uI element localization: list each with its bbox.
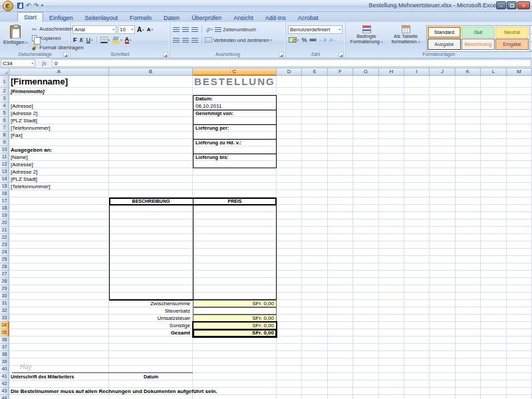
cell-A10[interactable]: Ausgegeben an: — [9, 146, 109, 154]
row-header-24[interactable]: 24 — [0, 249, 9, 256]
cell-A11[interactable]: [Name] — [9, 154, 109, 161]
row-header-11[interactable]: 11 — [0, 154, 9, 161]
cell-A4[interactable]: [Adresse] — [9, 102, 109, 110]
cell-B34[interactable]: Sonstige — [109, 322, 193, 329]
row-header-44[interactable]: 44 — [0, 395, 9, 399]
cell-A12[interactable]: [Adresse] — [9, 161, 109, 168]
row-header-15[interactable]: 15 — [0, 183, 9, 190]
column-header-E[interactable]: E — [302, 68, 327, 76]
row-header-42[interactable]: 42 — [0, 380, 9, 388]
name-box[interactable]: C34▾ — [1, 59, 35, 67]
cell-A13[interactable]: [Adresse 2] — [9, 168, 109, 176]
cell-B35[interactable]: Gesamt — [109, 329, 193, 336]
format-as-table-button[interactable]: Als Tabelle formatieren ▾ — [387, 24, 424, 46]
grow-font-button[interactable]: A▴ — [136, 25, 145, 34]
row-header-41[interactable]: 41 — [0, 373, 9, 380]
row-header-33[interactable]: 33 — [0, 315, 9, 322]
cell-style-neutral[interactable]: Neutral — [495, 27, 529, 38]
insert-function-button[interactable]: fx — [37, 59, 53, 68]
underline-button[interactable]: U▾ — [86, 35, 94, 45]
row-header-18[interactable]: 18 — [0, 205, 9, 212]
cell-A1[interactable]: [Firmenname] — [9, 76, 109, 88]
row-header-1[interactable]: 1 — [0, 76, 9, 88]
tab-daten[interactable]: Daten — [158, 13, 186, 22]
row-header-37[interactable]: 37 — [0, 344, 9, 351]
number-format-select[interactable]: Benutzerdefiniert▾ — [288, 25, 342, 34]
wrap-text-button[interactable]: Zeilenumbruch — [215, 25, 256, 34]
row-header-25[interactable]: 25 — [0, 256, 9, 263]
column-header-L[interactable]: L — [481, 68, 506, 76]
column-header-F[interactable]: F — [328, 68, 353, 76]
row-header-13[interactable]: 13 — [0, 168, 9, 176]
row-header-20[interactable]: 20 — [0, 219, 9, 227]
row-header-23[interactable]: 23 — [0, 241, 9, 249]
cell-style-eingabe[interactable]: Eingabe — [495, 39, 529, 50]
tab-einfügen[interactable]: Einfügen — [43, 13, 79, 22]
align-right-button[interactable] — [191, 35, 199, 45]
tab-formeln[interactable]: Formeln — [124, 13, 158, 22]
row-header-29[interactable]: 29 — [0, 285, 9, 293]
cell-B31[interactable]: Zwischensumme — [109, 300, 193, 307]
select-all-corner[interactable] — [0, 68, 9, 76]
cell-C35[interactable]: SFr. 0,00 — [193, 329, 277, 336]
tab-seitenlayout[interactable]: Seitenlayout — [79, 13, 124, 22]
increase-decimal-button[interactable]: ←,0 — [319, 35, 327, 45]
row-header-4[interactable]: 4 — [0, 102, 9, 110]
redo-button[interactable]: ↷ — [34, 2, 39, 9]
row-header-39[interactable]: 39 — [0, 358, 9, 366]
column-header-J[interactable]: J — [430, 68, 455, 76]
tab-start[interactable]: Start — [17, 12, 43, 22]
percent-style-button[interactable]: % — [301, 35, 308, 45]
row-header-22[interactable]: 22 — [0, 234, 9, 241]
cell-B33[interactable]: Umsatzsteuer — [109, 315, 193, 322]
maximize-button[interactable] — [507, 1, 517, 9]
cell-style-ausgabe[interactable]: Ausgabe — [428, 39, 461, 50]
row-header-17[interactable]: 17 — [0, 198, 9, 205]
row-header-28[interactable]: 28 — [0, 278, 9, 285]
tab-überprüfen[interactable]: Überprüfen — [186, 13, 227, 22]
column-header-B[interactable]: B — [109, 68, 193, 76]
tab-ansicht[interactable]: Ansicht — [227, 13, 259, 22]
fill-color-button[interactable]: ▾ — [112, 35, 123, 45]
comma-style-button[interactable]: 000 — [309, 35, 317, 45]
row-header-26[interactable]: 26 — [0, 263, 9, 271]
cell-A41[interactable]: Unterschrift des Mitarbeiters — [9, 373, 109, 380]
row-header-38[interactable]: 38 — [0, 351, 9, 358]
cell-A43[interactable]: Die Bestellnummer muss auf allen Rechnun… — [9, 388, 109, 395]
qat-customize-button[interactable]: ▾ — [41, 2, 43, 9]
cell-C17[interactable]: PREIS — [193, 198, 277, 205]
cell-A2[interactable]: [Firmenmotto] — [9, 88, 109, 95]
align-center-button[interactable] — [182, 35, 190, 45]
column-header-D[interactable]: D — [277, 68, 302, 76]
column-header-A[interactable]: A — [9, 68, 109, 76]
save-button[interactable] — [17, 3, 23, 9]
tab-acrobat[interactable]: Acrobat — [292, 13, 325, 22]
row-header-43[interactable]: 43 — [0, 388, 9, 395]
row-header-12[interactable]: 12 — [0, 161, 9, 168]
row-header-14[interactable]: 14 — [0, 176, 9, 183]
row-header-31[interactable]: 31 — [0, 300, 9, 307]
merge-center-button[interactable]: ↔Verbinden und zentrieren▾ — [205, 36, 272, 45]
cell-A6[interactable]: [PLZ Stadt] — [9, 117, 109, 124]
cell-style-berechnung[interactable]: Berechnung — [462, 39, 495, 50]
cell-C9[interactable]: Lieferung zu Hd. v.: — [193, 139, 277, 146]
column-header-K[interactable]: K — [456, 68, 481, 76]
row-header-32[interactable]: 32 — [0, 307, 9, 315]
row-header-16[interactable]: 16 — [0, 190, 9, 198]
conditional-formatting-button[interactable]: Bedingte Formatierung ▾ — [348, 24, 385, 46]
row-header-35[interactable]: 35 — [0, 329, 9, 336]
align-bottom-button[interactable] — [191, 25, 199, 34]
align-top-button[interactable] — [172, 25, 180, 34]
close-button[interactable]: × — [517, 1, 530, 9]
borders-button[interactable]: ▾ — [100, 35, 111, 45]
row-header-6[interactable]: 6 — [0, 117, 9, 124]
row-header-2[interactable]: 2 — [0, 88, 9, 95]
minimize-button[interactable]: – — [496, 1, 506, 9]
column-header-M[interactable]: M — [507, 68, 532, 76]
cell-A5[interactable]: [Adresse 2] — [9, 110, 109, 117]
office-button[interactable] — [3, 1, 13, 11]
orientation-button[interactable]: ab▾ — [205, 25, 213, 34]
row-header-3[interactable]: 3 — [0, 95, 9, 102]
shrink-font-button[interactable]: A▾ — [146, 25, 154, 34]
cell-C4[interactable]: 06.10.2011 — [193, 102, 277, 110]
